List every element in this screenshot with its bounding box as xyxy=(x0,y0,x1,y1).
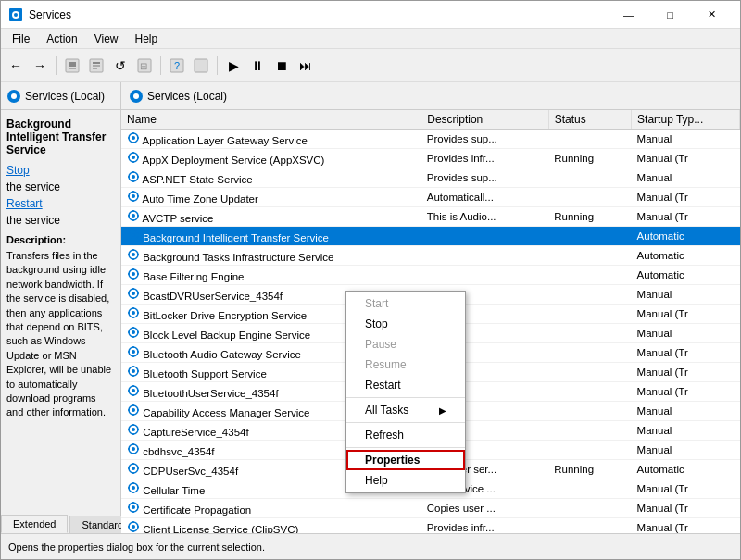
service-startup-cell: Manual (Tr xyxy=(632,188,740,207)
help-button[interactable]: ? xyxy=(166,55,188,77)
col-header-desc[interactable]: Description xyxy=(421,110,549,130)
table-row[interactable]: Background Tasks Infrastructure ServiceA… xyxy=(121,246,740,266)
service-desc-cell: Provides sup... xyxy=(421,168,549,188)
close-button[interactable]: ✕ xyxy=(691,1,733,29)
sidebar-stop-link[interactable]: Stop xyxy=(6,164,115,177)
svg-rect-9 xyxy=(93,68,97,69)
service-name-cell: Auto Time Zone Updater xyxy=(121,188,421,207)
service-name-cell: AppX Deployment Service (AppXSVC) xyxy=(121,149,421,168)
table-row[interactable]: Base Filtering EngineAutomatic xyxy=(121,266,740,285)
svg-point-86 xyxy=(132,350,135,354)
service-status-cell xyxy=(548,305,631,324)
status-bar: Opens the properties dialog box for the … xyxy=(1,533,740,559)
play-button[interactable]: ▶ xyxy=(222,55,245,77)
col-header-name[interactable]: Name xyxy=(121,110,421,130)
service-status-cell xyxy=(548,363,631,382)
menu-file[interactable]: File xyxy=(5,31,37,47)
service-icon xyxy=(127,462,140,475)
service-icon xyxy=(127,306,140,319)
services-table-container[interactable]: Name Description Status Startup Typ... A… xyxy=(121,110,740,533)
service-name-cell: Application Layer Gateway Service xyxy=(121,130,421,149)
svg-point-92 xyxy=(132,369,135,373)
menu-action[interactable]: Action xyxy=(39,31,84,47)
sidebar-restart-link[interactable]: Restart xyxy=(6,197,115,210)
service-icon xyxy=(127,520,140,533)
context-menu-label: Properties xyxy=(365,454,420,467)
back-button[interactable]: ← xyxy=(5,55,27,77)
maximize-button[interactable]: □ xyxy=(649,1,691,29)
table-row[interactable]: Client License Service (ClipSVC)Provides… xyxy=(121,518,740,534)
context-menu-separator xyxy=(346,397,465,398)
menu-view[interactable]: View xyxy=(87,31,126,47)
col-header-status[interactable]: Status xyxy=(548,110,631,130)
table-row[interactable]: ASP.NET State ServiceProvides sup...Manu… xyxy=(121,168,740,188)
service-status-cell xyxy=(548,499,631,518)
service-startup-cell: Manual (Tr xyxy=(632,382,740,402)
service-icon xyxy=(127,131,140,144)
svg-point-134 xyxy=(132,505,135,509)
svg-rect-14 xyxy=(195,59,207,72)
export-button[interactable]: ⊟ xyxy=(133,55,156,77)
service-status-cell xyxy=(548,479,631,499)
toolbar-separator-1 xyxy=(56,56,57,75)
service-icon xyxy=(127,345,140,358)
context-menu-item-all-tasks[interactable]: All Tasks▶ xyxy=(346,400,465,420)
svg-point-122 xyxy=(132,467,135,470)
service-desc-cell: This is Audio... xyxy=(421,207,549,227)
service-status-cell xyxy=(548,343,631,363)
service-status-cell xyxy=(548,382,631,402)
window-title: Services xyxy=(29,8,71,21)
svg-point-128 xyxy=(132,486,135,490)
context-menu-item-refresh[interactable]: Refresh xyxy=(346,425,465,445)
properties-button[interactable] xyxy=(85,55,107,77)
context-menu-label: Pause xyxy=(365,338,396,351)
main-window: Services — □ ✕ File Action View Help ← →… xyxy=(0,0,741,560)
stop-button[interactable]: ⏹ xyxy=(270,55,293,77)
menu-bar: File Action View Help xyxy=(1,29,740,49)
up-button[interactable] xyxy=(61,55,83,77)
svg-rect-4 xyxy=(69,62,76,67)
service-startup-cell: Manual xyxy=(632,285,740,305)
service-startup-cell: Manual (Tr xyxy=(632,479,740,499)
table-row[interactable]: Background Intelligent Transfer ServiceA… xyxy=(121,227,740,246)
table-row[interactable]: AVCTP serviceThis is Audio...RunningManu… xyxy=(121,207,740,227)
context-menu-arrow-icon: ▶ xyxy=(439,405,446,416)
service-icon xyxy=(127,170,140,183)
context-menu-label: Resume xyxy=(365,358,407,371)
service-status-cell xyxy=(548,441,631,460)
new-button[interactable] xyxy=(190,55,212,77)
table-row[interactable]: AppX Deployment Service (AppXSVC)Provide… xyxy=(121,149,740,168)
context-menu-label: Refresh xyxy=(365,429,404,442)
pause-button[interactable]: ⏸ xyxy=(246,55,269,77)
context-menu-label: All Tasks xyxy=(365,404,408,417)
sidebar-header: Services (Local) xyxy=(1,82,120,110)
svg-text:?: ? xyxy=(174,60,180,71)
svg-point-50 xyxy=(132,233,135,237)
table-row[interactable]: Certificate PropagationCopies user ...Ma… xyxy=(121,499,740,518)
col-header-startup[interactable]: Startup Typ... xyxy=(632,110,740,130)
table-row[interactable]: Application Layer Gateway ServiceProvide… xyxy=(121,130,740,149)
svg-point-74 xyxy=(132,311,135,315)
content-area: Services (Local) Background Intelligent … xyxy=(1,82,740,533)
svg-point-68 xyxy=(132,292,135,295)
tab-extended[interactable]: Extended xyxy=(1,515,68,533)
menu-help[interactable]: Help xyxy=(128,31,166,47)
context-menu-item-help[interactable]: Help xyxy=(346,470,465,491)
forward-button[interactable]: → xyxy=(29,55,51,77)
service-status-cell xyxy=(548,246,631,266)
refresh-button[interactable]: ↺ xyxy=(109,55,132,77)
sidebar-content: Background Intelligent Transfer Service … xyxy=(1,110,120,511)
service-startup-cell: Manual (Tr xyxy=(632,149,740,168)
minimize-button[interactable]: — xyxy=(608,1,649,29)
service-status-cell xyxy=(548,130,631,149)
restart-button[interactable]: ⏭ xyxy=(295,55,317,77)
context-menu-item-stop[interactable]: Stop xyxy=(346,314,465,334)
service-name-cell: AVCTP service xyxy=(121,207,421,227)
services-icon xyxy=(6,89,21,104)
service-startup-cell: Manual xyxy=(632,402,740,421)
table-row[interactable]: Auto Time Zone UpdaterAutomaticall...Man… xyxy=(121,188,740,207)
svg-rect-5 xyxy=(69,68,76,69)
context-menu-item-restart[interactable]: Restart xyxy=(346,375,465,395)
context-menu-item-properties[interactable]: Properties xyxy=(346,450,465,470)
app-icon xyxy=(8,7,23,22)
